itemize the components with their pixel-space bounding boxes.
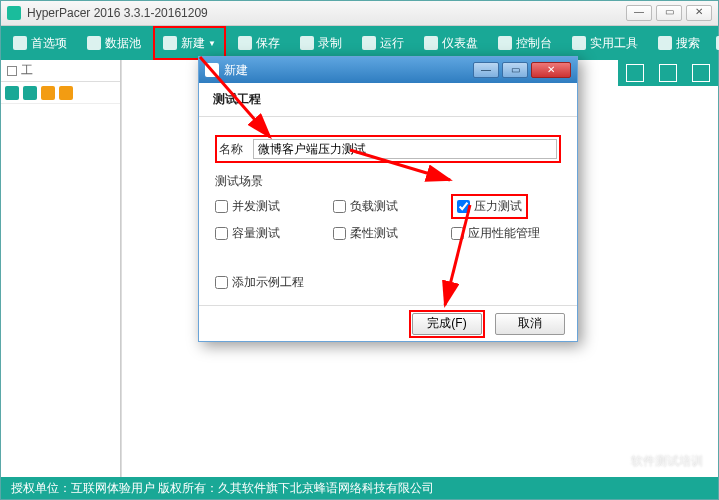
add-sample-row: 添加示例工程 xyxy=(215,274,561,291)
dialog-maximize-button[interactable]: ▭ xyxy=(502,62,528,78)
check-concurrency[interactable]: 并发测试 xyxy=(215,194,325,219)
toolbar-tools-button[interactable]: 实用工具 xyxy=(564,26,646,60)
check-flex-label: 柔性测试 xyxy=(350,225,398,242)
check-concurrency-box[interactable] xyxy=(215,200,228,213)
search-icon xyxy=(658,36,672,50)
arrow-to-finish xyxy=(430,200,490,323)
toolbar-prefs-label: 首选项 xyxy=(31,35,67,52)
toolbar-run-button[interactable]: 运行 xyxy=(354,26,412,60)
toolbar-run-label: 运行 xyxy=(380,35,404,52)
save-icon xyxy=(238,36,252,50)
sidebar-tool-1[interactable] xyxy=(5,86,19,100)
watermark-text: 软件测试培训 xyxy=(631,453,703,470)
toolbar-search-button[interactable]: 搜索 xyxy=(650,26,708,60)
db-icon xyxy=(87,36,101,50)
dialog-footer: 完成(F) 取消 xyxy=(199,305,577,341)
toolbar-tools-label: 实用工具 xyxy=(590,35,638,52)
wrench-icon xyxy=(498,36,512,50)
tools-icon xyxy=(572,36,586,50)
maximize-button[interactable]: ▭ xyxy=(656,5,682,21)
wechat-icon xyxy=(607,452,625,470)
arrow-to-stress xyxy=(340,140,480,203)
svg-line-2 xyxy=(445,205,470,305)
sidebar-toolbar xyxy=(1,82,120,104)
status-text: 授权单位：互联网体验用户 版权所有：久其软件旗下北京蜂语网络科技有限公司 xyxy=(11,480,434,497)
app-title: HyperPacer 2016 3.3.1-20161209 xyxy=(27,6,208,20)
add-sample-checkbox[interactable] xyxy=(215,276,228,289)
caret-down-icon: ▼ xyxy=(208,39,216,48)
toolbar-feedback-button[interactable]: 吐槽 xyxy=(708,26,719,60)
toolbar-pool-label: 数据池 xyxy=(105,35,141,52)
sidebar-header: 工 xyxy=(1,60,120,82)
check-flex[interactable]: 柔性测试 xyxy=(333,225,443,242)
svg-line-1 xyxy=(350,150,450,180)
dialog-minimize-button[interactable]: — xyxy=(473,62,499,78)
check-capacity[interactable]: 容量测试 xyxy=(215,225,325,242)
check-capacity-label: 容量测试 xyxy=(232,225,280,242)
view-tab-2[interactable] xyxy=(659,64,677,82)
toolbar-new-label: 新建 xyxy=(181,35,205,52)
toolbar-pool-button[interactable]: 数据池 xyxy=(79,26,149,60)
view-tab-3[interactable] xyxy=(692,64,710,82)
check-capacity-box[interactable] xyxy=(215,227,228,240)
gauge-icon xyxy=(424,36,438,50)
list-icon xyxy=(7,66,17,76)
toolbar-search-label: 搜索 xyxy=(676,35,700,52)
svg-line-0 xyxy=(200,57,270,137)
sidebar: 工 xyxy=(1,60,121,477)
sidebar-tool-4[interactable] xyxy=(59,86,73,100)
arrow-to-name xyxy=(180,52,320,165)
toolbar: 首选项数据池新建▼保存录制运行仪表盘控制台实用工具搜索吐槽 xyxy=(1,26,718,60)
view-tab-1[interactable] xyxy=(626,64,644,82)
title-bar: HyperPacer 2016 3.3.1-20161209 — ▭ ✕ xyxy=(1,1,718,26)
sidebar-tool-3[interactable] xyxy=(41,86,55,100)
sidebar-head-label: 工 xyxy=(21,62,33,79)
new-icon xyxy=(163,36,177,50)
toolbar-dash-label: 仪表盘 xyxy=(442,35,478,52)
dialog-close-button[interactable]: ✕ xyxy=(531,62,571,78)
check-concurrency-label: 并发测试 xyxy=(232,198,280,215)
add-sample-label: 添加示例工程 xyxy=(232,274,304,291)
status-bar: 授权单位：互联网体验用户 版权所有：久其软件旗下北京蜂语网络科技有限公司 xyxy=(1,477,718,499)
content-tab-strip xyxy=(618,60,718,86)
toolbar-record-label: 录制 xyxy=(318,35,342,52)
close-button[interactable]: ✕ xyxy=(686,5,712,21)
sidebar-tool-2[interactable] xyxy=(23,86,37,100)
toolbar-prefs-button[interactable]: 首选项 xyxy=(5,26,75,60)
play-icon xyxy=(362,36,376,50)
toolbar-save-label: 保存 xyxy=(256,35,280,52)
app-icon xyxy=(7,6,21,20)
file-icon xyxy=(13,36,27,50)
cancel-button[interactable]: 取消 xyxy=(495,313,565,335)
toolbar-console-button[interactable]: 控制台 xyxy=(490,26,560,60)
record-icon xyxy=(300,36,314,50)
check-flex-box[interactable] xyxy=(333,227,346,240)
minimize-button[interactable]: — xyxy=(626,5,652,21)
watermark: 软件测试培训 xyxy=(607,452,703,470)
toolbar-dash-button[interactable]: 仪表盘 xyxy=(416,26,486,60)
toolbar-console-label: 控制台 xyxy=(516,35,552,52)
